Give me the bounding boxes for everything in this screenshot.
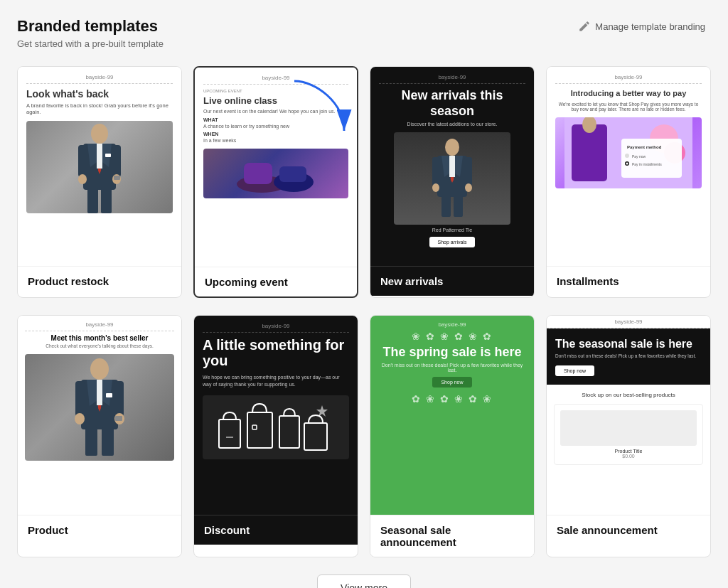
svg-rect-49: [75, 381, 85, 417]
card-label-discount: Discount: [194, 515, 358, 545]
svg-rect-54: [102, 427, 114, 456]
svg-text:Pay now: Pay now: [632, 154, 646, 159]
seasonal-sub: Don't miss out on these deals! Pick up a…: [378, 363, 527, 373]
arrivals-title: New arrivals this season: [379, 88, 525, 119]
card-label-installments: Installments: [547, 266, 710, 296]
event-label: UPCOMING EVENT: [203, 89, 348, 93]
product-item-title: Product Title: [560, 449, 697, 454]
card-label-product: Product: [18, 515, 181, 545]
page-subtitle: Get started with a pre-built template: [17, 38, 164, 49]
seasonal-title: The spring sale is here: [378, 345, 527, 360]
discount-title: A little something for you: [203, 337, 349, 368]
arrivals-sub: Discover the latest additions to our sto…: [379, 122, 525, 127]
event-title: Live online class: [203, 95, 348, 106]
page-title: Branded templates: [17, 17, 164, 36]
card-preview-event: bayside-99 UPCOMING EVENT Live online cl…: [195, 68, 357, 267]
sale-stock-text: Stock up on our best-selling products: [554, 392, 703, 398]
arrivals-image: [394, 132, 511, 225]
sale-ann-shop-button[interactable]: Shop now: [555, 365, 594, 376]
event-what-val: A chance to learn or try something new: [203, 124, 348, 129]
product-item-price: $0.00: [560, 454, 697, 459]
svg-point-28: [465, 183, 472, 192]
header-left: Branded templates Get started with a pre…: [17, 17, 164, 49]
discount-image: [203, 395, 349, 459]
seasonal-shop-button[interactable]: Shop now: [432, 377, 471, 387]
svg-point-19: [445, 139, 459, 156]
restock-image: [26, 121, 173, 213]
template-card-installments[interactable]: bayside-99 Introducing a better way to p…: [546, 66, 711, 298]
template-card-upcoming-event[interactable]: bayside-99 UPCOMING EVENT Live online cl…: [193, 66, 358, 298]
svg-rect-24: [449, 156, 455, 177]
manage-branding-label: Manage template branding: [595, 21, 705, 32]
view-more-button[interactable]: View more: [317, 574, 411, 588]
svg-rect-61: [279, 416, 299, 448]
event-desc: Our next event is on the calendar! We ho…: [203, 109, 348, 114]
svg-rect-60: [252, 425, 257, 429]
template-card-seasonal[interactable]: bayside-99 ❀ ✿ ❀ ✿ ❀ ✿ The spring sale i…: [370, 315, 535, 557]
svg-rect-57: [219, 419, 240, 448]
preview-brand-seasonal: bayside-99: [378, 321, 527, 328]
preview-brand-discount: bayside-99: [203, 323, 349, 333]
card-preview-seasonal: bayside-99 ❀ ✿ ❀ ✿ ❀ ✿ The spring sale i…: [370, 316, 534, 515]
page-header: Branded templates Get started with a pre…: [17, 17, 711, 49]
svg-rect-53: [85, 427, 97, 456]
discount-desc: We hope we can bring something positive …: [203, 374, 349, 388]
card-preview-sale-ann: bayside-99 The seasonal sale is here Don…: [547, 316, 710, 515]
svg-rect-14: [114, 176, 120, 180]
svg-rect-13: [105, 154, 111, 157]
svg-rect-48: [97, 380, 102, 405]
card-preview-arrivals: bayside-99 New arrivals this season Disc…: [370, 67, 534, 266]
preview-brand-event: bayside-99: [203, 75, 348, 85]
svg-rect-12: [101, 188, 112, 213]
restock-title: Look what's back: [26, 88, 173, 100]
product-image: [25, 354, 174, 461]
event-when-val: In a few weeks: [203, 138, 348, 143]
card-preview-discount: bayside-99 A little something for you We…: [194, 316, 358, 515]
svg-rect-6: [97, 144, 102, 169]
svg-rect-56: [115, 416, 122, 421]
svg-rect-25: [432, 157, 440, 186]
svg-point-9: [78, 174, 87, 184]
templates-grid-row2: bayside-99 Meet this month's best seller…: [17, 315, 711, 557]
svg-rect-59: [247, 412, 272, 448]
card-label-seasonal: Seasonal sale announcement: [370, 515, 534, 557]
card-preview-product: bayside-99 Meet this month's best seller…: [18, 316, 181, 515]
svg-rect-11: [87, 188, 98, 213]
product-item: Product Title $0.00: [554, 404, 703, 465]
arrivals-caption: Red Patterned Tie: [379, 228, 525, 232]
seasonal-floral-bot: ✿ ❀ ✿ ❀ ✿ ❀: [378, 393, 527, 405]
preview-brand-sale-ann: bayside-99: [547, 316, 710, 328]
template-card-new-arrivals[interactable]: bayside-99 New arrivals this season Disc…: [370, 66, 535, 298]
template-card-discount[interactable]: bayside-99 A little something for you We…: [193, 315, 358, 557]
install-title: Introducing a better way to pay: [555, 88, 702, 98]
branding-icon: [578, 20, 591, 33]
preview-brand-product: bayside-99: [25, 321, 174, 331]
svg-rect-62: [304, 423, 327, 450]
template-card-sale-ann[interactable]: bayside-99 The seasonal sale is here Don…: [546, 315, 711, 557]
svg-point-51: [75, 413, 85, 424]
svg-rect-17: [244, 163, 272, 184]
card-label-arrivals: New arrivals: [370, 266, 534, 296]
card-label-sale-ann: Sale announcement: [547, 515, 710, 545]
svg-rect-18: [279, 166, 306, 182]
preview-brand-arrivals: bayside-99: [379, 74, 525, 84]
svg-rect-8: [112, 145, 121, 177]
product-sub: Check out what everyone's talking about …: [25, 343, 174, 348]
preview-brand-restock: bayside-99: [26, 74, 173, 84]
restock-desc: A brand favorite is back in stock! Grab …: [26, 102, 173, 115]
svg-rect-50: [114, 381, 124, 417]
manage-branding-button[interactable]: Manage template branding: [572, 17, 711, 36]
product-heading: Meet this month's best seller: [25, 334, 174, 342]
event-image: [203, 149, 348, 198]
svg-point-41: [626, 163, 628, 165]
card-preview-installments: bayside-99 Introducing a better way to p…: [547, 67, 710, 266]
install-image: Payment method Pay now Pay in installmen…: [555, 117, 702, 188]
event-what: WHAT: [203, 117, 348, 122]
card-label-event: Upcoming event: [195, 267, 357, 296]
template-card-product[interactable]: bayside-99 Meet this month's best seller…: [17, 315, 182, 557]
template-card-product-restock[interactable]: bayside-99 Look what's back A brand favo…: [17, 66, 182, 298]
svg-rect-7: [78, 145, 87, 177]
svg-rect-29: [441, 196, 451, 217]
arrivals-shop-button[interactable]: Shop arrivals: [429, 237, 476, 247]
product-item-image: [560, 410, 697, 446]
